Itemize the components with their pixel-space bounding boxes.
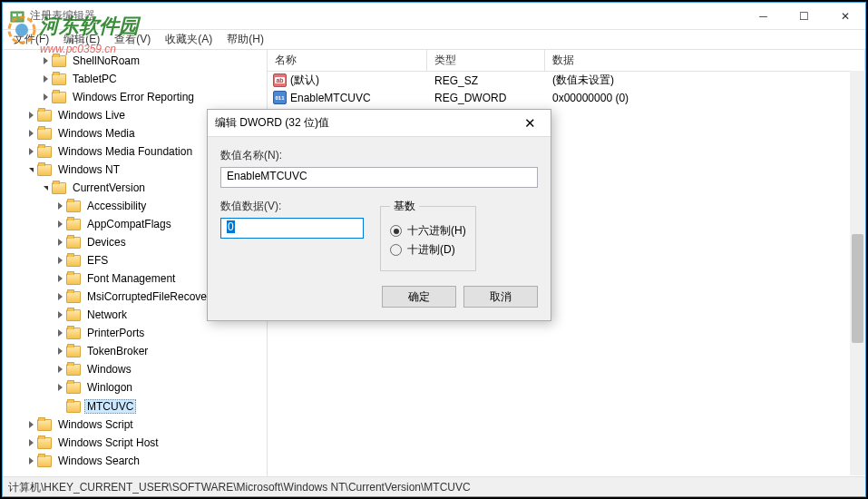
vertical-scrollbar[interactable] bbox=[850, 71, 865, 475]
expand-icon[interactable] bbox=[54, 200, 66, 212]
expand-icon[interactable] bbox=[54, 290, 66, 303]
tree-label[interactable]: AppCompatFlags bbox=[84, 217, 174, 231]
tree-node[interactable]: Windows Error Reporting bbox=[3, 88, 267, 106]
folder-icon bbox=[52, 92, 66, 103]
tree-label[interactable]: TokenBroker bbox=[84, 344, 151, 358]
value-type: REG_DWORD bbox=[427, 92, 545, 104]
cancel-button[interactable]: 取消 bbox=[463, 286, 538, 308]
tree-node[interactable]: ShellNoRoam bbox=[3, 52, 267, 70]
folder-icon bbox=[66, 273, 81, 285]
menu-favorites[interactable]: 收藏夹(A) bbox=[158, 30, 219, 49]
tree-label[interactable]: Windows Media Foundation bbox=[55, 144, 195, 159]
scrollbar-thumb[interactable] bbox=[852, 234, 863, 343]
expand-icon[interactable] bbox=[54, 236, 66, 249]
radio-dec-row[interactable]: 十进制(D) bbox=[390, 242, 466, 258]
radio-hex[interactable] bbox=[390, 225, 402, 237]
folder-icon bbox=[66, 328, 81, 339]
expand-icon[interactable] bbox=[54, 400, 66, 413]
tree-node[interactable]: Windows Search bbox=[3, 452, 267, 470]
minimize-button[interactable]: ─ bbox=[743, 3, 784, 29]
menu-edit[interactable]: 编辑(E) bbox=[56, 30, 107, 49]
header-type[interactable]: 类型 bbox=[427, 50, 545, 71]
tree-node[interactable]: Windows Script bbox=[3, 416, 267, 434]
expand-icon[interactable] bbox=[24, 109, 37, 122]
maximize-button[interactable]: ☐ bbox=[784, 3, 824, 29]
expand-icon[interactable] bbox=[24, 455, 37, 467]
tree-label[interactable]: Windows Search bbox=[55, 454, 142, 468]
menu-view[interactable]: 查看(V) bbox=[107, 30, 158, 49]
tree-label[interactable]: Accessibility bbox=[84, 199, 149, 213]
name-field[interactable]: EnableMTCUVC bbox=[220, 167, 538, 188]
tree-label[interactable]: PrinterPorts bbox=[84, 326, 147, 340]
tree-label[interactable]: Windows Script Host bbox=[55, 435, 161, 450]
tree-label[interactable]: MsiCorruptedFileRecovery bbox=[84, 289, 219, 304]
folder-icon bbox=[52, 182, 66, 194]
folder-icon bbox=[66, 346, 81, 357]
tree-label[interactable]: Font Management bbox=[84, 271, 178, 286]
tree-label[interactable]: Devices bbox=[84, 235, 129, 250]
folder-icon bbox=[37, 110, 52, 122]
tree-label[interactable]: EFS bbox=[84, 253, 111, 268]
expand-icon[interactable] bbox=[39, 73, 52, 85]
tree-label[interactable]: ShellNoRoam bbox=[70, 54, 142, 68]
tree-node[interactable]: Winlogon bbox=[3, 378, 267, 396]
expand-icon[interactable] bbox=[54, 308, 66, 321]
expand-icon[interactable] bbox=[24, 436, 37, 449]
dialog-titlebar[interactable]: 编辑 DWORD (32 位)值 ✕ bbox=[208, 110, 551, 137]
expand-icon[interactable] bbox=[54, 218, 66, 230]
expand-icon[interactable] bbox=[24, 145, 37, 158]
folder-icon bbox=[66, 401, 81, 413]
header-name[interactable]: 名称 bbox=[268, 50, 427, 71]
radio-hex-row[interactable]: 十六进制(H) bbox=[390, 223, 466, 239]
list-row[interactable]: EnableMTCUVCREG_DWORD0x00000000 (0) bbox=[268, 89, 865, 106]
expand-icon[interactable] bbox=[54, 363, 66, 376]
close-button[interactable]: ✕ bbox=[824, 3, 865, 29]
folder-icon bbox=[37, 455, 52, 467]
expand-icon[interactable] bbox=[24, 127, 37, 140]
ok-button[interactable]: 确定 bbox=[382, 286, 456, 308]
folder-icon bbox=[52, 55, 66, 67]
value-data: (数值未设置) bbox=[545, 73, 865, 88]
tree-node[interactable]: PrinterPorts bbox=[3, 324, 267, 342]
tree-label[interactable]: Windows Error Reporting bbox=[70, 90, 197, 104]
tree-label[interactable]: Winlogon bbox=[84, 380, 135, 395]
tree-label[interactable]: Windows bbox=[84, 362, 134, 377]
base-legend: 基数 bbox=[390, 199, 419, 214]
titlebar[interactable]: 注册表编辑器 ─ ☐ ✕ bbox=[3, 3, 865, 30]
tree-label[interactable]: CurrentVersion bbox=[70, 181, 148, 195]
list-row[interactable]: (默认)REG_SZ(数值未设置) bbox=[268, 72, 865, 89]
header-data[interactable]: 数据 bbox=[545, 50, 865, 71]
tree-node[interactable]: MTCUVC bbox=[3, 397, 267, 416]
tree-node[interactable]: Windows Script Host bbox=[3, 434, 267, 452]
expand-icon[interactable] bbox=[54, 381, 66, 394]
data-label: 数值数据(V): bbox=[220, 199, 364, 214]
expand-icon[interactable] bbox=[39, 181, 52, 194]
expand-icon[interactable] bbox=[39, 91, 52, 103]
folder-icon bbox=[66, 364, 81, 376]
menu-file[interactable]: 文件(F) bbox=[6, 30, 56, 49]
tree-node[interactable]: TabletPC bbox=[3, 70, 267, 88]
expand-icon[interactable] bbox=[39, 54, 52, 67]
tree-label[interactable]: TabletPC bbox=[70, 72, 120, 86]
expand-icon[interactable] bbox=[54, 272, 66, 285]
tree-label[interactable]: Windows Script bbox=[55, 417, 136, 432]
base-fieldset: 基数 十六进制(H) 十进制(D) bbox=[380, 199, 476, 271]
tree-label[interactable]: Windows NT bbox=[55, 162, 122, 177]
expand-icon[interactable] bbox=[54, 327, 66, 339]
menu-help[interactable]: 帮助(H) bbox=[219, 30, 271, 49]
folder-icon bbox=[37, 164, 52, 176]
tree-node[interactable]: TokenBroker bbox=[3, 342, 267, 360]
expand-icon[interactable] bbox=[24, 163, 37, 176]
expand-icon[interactable] bbox=[54, 345, 66, 357]
data-field[interactable]: 0 bbox=[220, 218, 364, 239]
tree-label[interactable]: Windows Media bbox=[55, 126, 138, 141]
dialog-close-button[interactable]: ✕ bbox=[516, 111, 543, 136]
tree-label[interactable]: Network bbox=[84, 308, 130, 322]
tree-label[interactable]: MTCUVC bbox=[84, 399, 136, 414]
radio-dec[interactable] bbox=[390, 244, 402, 256]
expand-icon[interactable] bbox=[24, 418, 37, 431]
tree-label[interactable]: Windows Live bbox=[55, 108, 128, 122]
expand-icon[interactable] bbox=[54, 254, 66, 267]
svg-rect-4 bbox=[18, 14, 22, 16]
tree-node[interactable]: Windows bbox=[3, 360, 267, 378]
